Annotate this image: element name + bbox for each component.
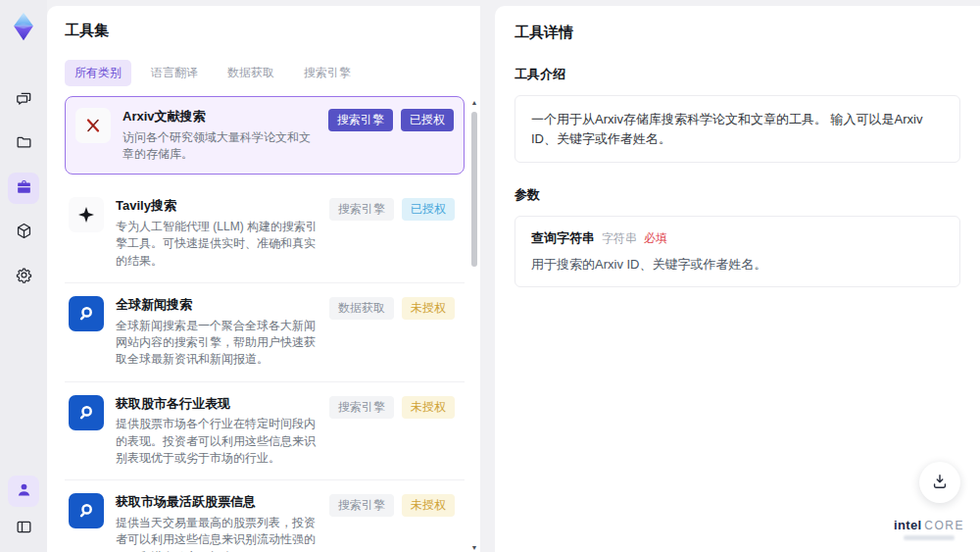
brand-core-text: core (924, 519, 964, 532)
global-news-icon (69, 296, 104, 331)
tool-name: 获取股市各行业表现 (116, 395, 319, 413)
rail-nav (8, 84, 39, 292)
sidebar-item-settings[interactable] (8, 261, 39, 292)
cube-icon (15, 222, 33, 244)
rail-bottom (8, 476, 39, 544)
auth-status-badge: 已授权 (402, 198, 455, 221)
app-logo-icon (7, 10, 40, 43)
arxiv-icon (75, 108, 111, 143)
sidebar-item-profile[interactable] (8, 476, 39, 507)
tool-description: 提供当天交易量最高的股票列表，投资者可以利用这些信息来识别流动性强的股票和潜在的… (116, 515, 319, 552)
global-news-icon (69, 493, 104, 528)
tool-name: 全球新闻搜索 (116, 296, 319, 314)
category-badge: 搜索引擎 (329, 198, 394, 221)
tool-text: Arxiv文献搜索访问各个研究领域大量科学论文和文章的存储库。 (122, 108, 318, 163)
tool-badges: 搜索引擎未授权 (329, 395, 455, 419)
category-badge: 数据获取 (329, 297, 394, 320)
folder-icon (15, 133, 33, 156)
param-box: 查询字符串 字符串 必填 用于搜索的Arxiv ID、关键字或作者姓名。 (514, 216, 960, 287)
download-icon (930, 472, 950, 494)
app-window: 工具集 所有类别语言翻译数据获取搜索引擎 Arxiv文献搜索访问各个研究领域大量… (0, 0, 980, 552)
tab-search-engine[interactable]: 搜索引擎 (294, 60, 361, 86)
tool-name: Tavily搜索 (116, 197, 319, 215)
tools-wrap: Arxiv文献搜索访问各个研究领域大量科学论文和文章的存储库。搜索引擎已授权Ta… (65, 96, 480, 552)
tool-name: Arxiv文献搜索 (122, 108, 318, 125)
download-button[interactable] (919, 462, 960, 503)
sidebar-item-files[interactable] (8, 128, 39, 160)
tool-text: 获取股市各行业表现提供股票市场各个行业在特定时间段内的表现。投资者可以利用这些信… (116, 395, 319, 468)
param-head: 查询字符串 字符串 必填 (531, 229, 944, 247)
tab-data-fetch[interactable]: 数据获取 (218, 60, 284, 86)
global-news-icon (69, 395, 104, 430)
tool-description: 提供股票市场各个行业在特定时间段内的表现。投资者可以利用这些信息来识别表现优于或… (116, 416, 319, 467)
category-badge: 搜索引擎 (329, 396, 394, 419)
intro-box: 一个用于从Arxiv存储库搜索科学论文和文章的工具。 输入可以是Arxiv ID… (514, 95, 960, 163)
tool-description: 访问各个研究领域大量科学论文和文章的存储库。 (122, 129, 318, 164)
tools-list-panel: 工具集 所有类别语言翻译数据获取搜索引擎 Arxiv文献搜索访问各个研究领域大量… (47, 6, 480, 552)
gear-icon (15, 266, 33, 288)
intro-heading: 工具介绍 (514, 66, 960, 83)
user-icon (15, 480, 33, 503)
auth-status-badge: 未授权 (402, 494, 455, 517)
intro-text: 一个用于从Arxiv存储库搜索科学论文和文章的工具。 输入可以是Arxiv ID… (531, 112, 922, 146)
auth-status-badge: 已授权 (401, 109, 454, 131)
category-badge: 搜索引擎 (328, 109, 393, 131)
tool-text: Tavily搜索专为人工智能代理 (LLM) 构建的搜索引擎工具。可快速提供实时… (116, 197, 319, 270)
param-name: 查询字符串 (531, 229, 595, 247)
tool-card[interactable]: 获取市场最活跃股票信息提供当天交易量最高的股票列表，投资者可以利用这些信息来识别… (65, 480, 465, 552)
tool-text: 全球新闻搜索全球新闻搜索是一个聚合全球各大新闻网站内容的搜索引擎，帮助用户快速获… (116, 296, 319, 369)
params-heading: 参数 (514, 186, 960, 204)
tool-description: 专为人工智能代理 (LLM) 构建的搜索引擎工具。可快速提供实时、准确和真实的结… (116, 219, 319, 270)
tab-all-categories[interactable]: 所有类别 (65, 60, 131, 86)
sidebar-item-chat[interactable] (8, 84, 39, 116)
sidebar-item-collapse[interactable] (8, 513, 39, 544)
scroll-down-arrow[interactable]: ▼ (468, 543, 480, 552)
param-description: 用于搜索的Arxiv ID、关键字或作者姓名。 (531, 256, 944, 274)
tool-card[interactable]: Arxiv文献搜索访问各个研究领域大量科学论文和文章的存储库。搜索引擎已授权 (65, 96, 465, 175)
tool-card[interactable]: 全球新闻搜索全球新闻搜索是一个聚合全球各大新闻网站内容的搜索引擎，帮助用户快速获… (65, 283, 465, 382)
detail-title: 工具详情 (514, 24, 960, 42)
tools-list: Arxiv文献搜索访问各个研究领域大量科学论文和文章的存储库。搜索引擎已授权Ta… (65, 96, 465, 552)
brand-subtext-blur (904, 535, 955, 540)
intel-core-logo: intelcore (894, 518, 964, 540)
tool-description: 全球新闻搜索是一个聚合全球各大新闻网站内容的搜索引擎，帮助用户快速获取全球最新资… (116, 318, 319, 369)
left-rail (0, 0, 47, 552)
tool-card[interactable]: 获取股市各行业表现提供股票市场各个行业在特定时间段内的表现。投资者可以利用这些信… (65, 382, 465, 481)
tool-badges: 搜索引擎已授权 (329, 197, 455, 221)
chat-icon (15, 89, 33, 112)
scrollbar-thumb[interactable] (471, 112, 477, 267)
tool-name: 获取市场最活跃股票信息 (116, 493, 319, 511)
tavily-star-icon (69, 197, 104, 232)
category-tabs: 所有类别语言翻译数据获取搜索引擎 (65, 60, 480, 86)
sidebar-item-models[interactable] (8, 217, 39, 248)
tab-language-translation[interactable]: 语言翻译 (141, 60, 208, 86)
tool-text: 获取市场最活跃股票信息提供当天交易量最高的股票列表，投资者可以利用这些信息来识别… (116, 493, 319, 552)
scroll-up-arrow[interactable]: ▲ (468, 98, 480, 108)
tool-badges: 搜索引擎已授权 (328, 108, 454, 131)
param-type: 字符串 (602, 230, 637, 247)
sidebar-item-tools[interactable] (8, 173, 39, 204)
tool-detail-panel: 工具详情 工具介绍 一个用于从Arxiv存储库搜索科学论文和文章的工具。 输入可… (495, 6, 980, 552)
toolbox-icon (15, 177, 33, 200)
page-title: 工具集 (65, 22, 480, 40)
panel-icon (15, 518, 33, 540)
tool-badges: 搜索引擎未授权 (329, 493, 455, 517)
category-badge: 搜索引擎 (329, 494, 394, 517)
tools-scrollbar: ▲ ▼ (468, 98, 480, 552)
tool-badges: 数据获取未授权 (329, 296, 455, 320)
brand-intel-text: intel (894, 518, 921, 532)
auth-status-badge: 未授权 (402, 297, 455, 320)
tool-card[interactable]: Tavily搜索专为人工智能代理 (LLM) 构建的搜索引擎工具。可快速提供实时… (65, 184, 465, 283)
auth-status-badge: 未授权 (402, 396, 455, 419)
param-required-badge: 必填 (644, 230, 667, 247)
